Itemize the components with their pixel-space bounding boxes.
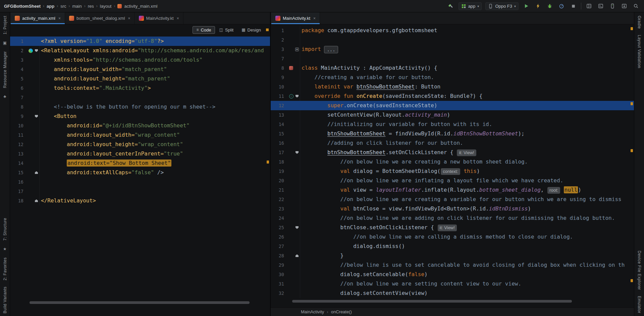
stop-button[interactable] — [569, 2, 577, 10]
close-icon[interactable]: × — [177, 16, 179, 21]
line-number[interactable]: 27 — [271, 242, 288, 251]
code-text[interactable]: import ... — [300, 45, 634, 54]
code-line[interactable]: 14 android:text="Show Bottom Sheet" — [10, 159, 270, 168]
code-line[interactable]: 27 dialog.dismiss() — [271, 242, 634, 251]
line-number[interactable]: 21 — [271, 185, 288, 195]
code-text[interactable]: btnClose.setOnClickListener { it: View! — [300, 223, 634, 232]
fold-marker-icon[interactable] — [35, 49, 38, 52]
line-number[interactable]: 25 — [271, 223, 288, 232]
line-number[interactable]: 32 — [271, 289, 288, 298]
line-number[interactable]: 19 — [271, 167, 288, 176]
code-text[interactable]: btnShowBottomSheet = findViewById(R.id.i… — [300, 129, 634, 138]
line-number[interactable]: 16 — [10, 177, 28, 187]
tab-mainactivity-kt[interactable]: MainActivity.kt × — [135, 12, 183, 24]
code-text[interactable]: android:layout_width="wrap_content" — [40, 130, 270, 140]
sidebar-item-gradle[interactable]: Gradle — [637, 16, 642, 29]
terminal-button[interactable] — [597, 2, 605, 10]
line-number[interactable]: 12 — [10, 140, 28, 149]
breadcrumb-project[interactable]: GFGBottomSheet — [4, 4, 41, 9]
line-number[interactable]: 9 — [10, 112, 28, 121]
code-line[interactable]: 6 tools:context=".MainActivity"> — [10, 83, 270, 93]
code-text[interactable]: btnShowBottomSheet.setOnClickListener { … — [300, 148, 634, 157]
tab-mainactivity-kt[interactable]: MainActivity.kt × — [271, 12, 320, 24]
code-line[interactable]: 28 } — [271, 251, 634, 260]
code-line[interactable]: 26 //on below line we are calling a dism… — [271, 232, 634, 242]
build-hammer-icon[interactable] — [447, 2, 455, 10]
line-number[interactable]: 18 — [10, 196, 28, 205]
code-line[interactable]: 9 <Button — [10, 112, 270, 121]
line-number[interactable]: 1 — [271, 26, 288, 35]
line-number[interactable]: 16 — [271, 138, 288, 148]
code-text[interactable]: android:layout_width="match_parent" — [40, 65, 270, 74]
line-number[interactable]: 7 — [10, 93, 28, 102]
code-text[interactable]: //initializing our variable for button w… — [300, 120, 634, 129]
code-line[interactable]: 3+import ... — [271, 45, 634, 54]
stripe-mark[interactable] — [631, 102, 633, 105]
line-number[interactable]: 30 — [271, 270, 288, 279]
code-text[interactable]: dialog.dismiss() — [300, 242, 634, 251]
code-line[interactable]: 15 btnShowBottomSheet = findViewById(R.i… — [271, 129, 634, 138]
code-text[interactable]: lateinit var btnShowBottomSheet: Button — [300, 82, 634, 91]
mode-split-button[interactable]: ◫ Split — [216, 26, 237, 34]
breadcrumb-method[interactable]: onCreate() — [331, 309, 352, 314]
line-number[interactable]: 10 — [271, 82, 288, 91]
line-number[interactable]: 3 — [10, 55, 28, 65]
sidebar-item-favorites[interactable]: 2: Favorites — [3, 257, 7, 280]
device-dropdown[interactable]: Oppo F3 ▾ — [485, 2, 519, 10]
line-number[interactable]: 26 — [271, 232, 288, 242]
code-text[interactable]: val dialog = BottomSheetDialog(context: … — [300, 167, 634, 176]
code-text[interactable] — [300, 35, 634, 45]
line-number[interactable]: 14 — [271, 120, 288, 129]
code-text[interactable]: <?xml version="1.0" encoding="utf-8"?> — [40, 37, 270, 46]
line-number[interactable]: 15 — [10, 168, 28, 177]
stripe-mark[interactable] — [631, 149, 633, 152]
code-line[interactable]: 16 — [10, 177, 270, 187]
breadcrumb-item[interactable]: src — [60, 4, 66, 9]
code-text[interactable]: dialog.setCancelable(false) — [300, 270, 634, 279]
line-number[interactable]: 22 — [271, 195, 288, 204]
android-icon[interactable] — [29, 49, 33, 53]
code-text[interactable]: <Button — [40, 112, 270, 121]
breadcrumb-class[interactable]: MainActivity — [301, 309, 324, 314]
horizontal-scrollbar[interactable] — [30, 301, 250, 304]
mode-code-button[interactable]: ≡ Code — [193, 26, 215, 34]
fold-marker-icon[interactable]: + — [295, 48, 299, 51]
line-number[interactable]: 18 — [271, 157, 288, 167]
line-number[interactable]: 2 — [271, 35, 288, 45]
xml-editor[interactable]: 1<?xml version="1.0" encoding="utf-8"?>2… — [10, 35, 270, 316]
code-line[interactable]: 13 android:layout_centerInParent="true" — [10, 149, 270, 159]
code-text[interactable]: android:text="Show Bottom Sheet" — [40, 159, 270, 168]
code-text[interactable]: <RelativeLayout xmlns:android="http://sc… — [40, 46, 270, 55]
code-line[interactable]: 5 android:layout_height="match_parent" — [10, 74, 270, 83]
code-text[interactable]: dialog.setContentView(view) — [300, 289, 634, 298]
layout-inspector-button[interactable] — [585, 2, 593, 10]
sidebar-item-build-variants[interactable]: Build Variants — [3, 287, 7, 313]
search-icon[interactable] — [632, 2, 640, 10]
code-line[interactable]: 11 android:layout_width="wrap_content" — [10, 130, 270, 140]
line-number[interactable]: 2 — [10, 46, 28, 55]
line-number[interactable]: 23 — [271, 204, 288, 213]
code-line[interactable]: 20 //on below line we are inflating a la… — [271, 176, 634, 185]
code-text[interactable]: android:layout_centerInParent="true" — [40, 149, 270, 159]
close-icon[interactable]: × — [313, 16, 316, 21]
code-text[interactable]: val view = layoutInflater.inflate(R.layo… — [300, 185, 634, 195]
fold-marker-icon[interactable] — [296, 95, 299, 98]
line-number[interactable]: 17 — [10, 187, 28, 196]
code-text[interactable]: super.onCreate(savedInstanceState) — [300, 101, 634, 110]
code-line[interactable]: 14 //initializing our variable for butto… — [271, 120, 634, 129]
code-line[interactable]: 29 //below line is use to set cancelable… — [271, 260, 634, 270]
fold-marker-icon[interactable] — [35, 115, 38, 118]
fold-marker-icon[interactable] — [35, 171, 38, 174]
code-line[interactable]: 13 setContentView(R.layout.activity_main… — [271, 110, 634, 120]
code-text[interactable]: xmlns:tools="http://schemas.android.com/… — [40, 55, 270, 65]
code-line[interactable]: 10 lateinit var btnShowBottomSheet: Butt… — [271, 82, 634, 91]
breadcrumb-item[interactable]: res — [88, 4, 94, 9]
breadcrumb-item[interactable]: layout — [100, 4, 112, 9]
class-icon[interactable] — [289, 66, 293, 70]
code-line[interactable]: 32 dialog.setContentView(view) — [271, 289, 634, 298]
code-line[interactable]: 2<RelativeLayout xmlns:android="http://s… — [10, 46, 270, 55]
line-number[interactable]: 4 — [10, 65, 28, 74]
code-line[interactable]: 3 xmlns:tools="http://schemas.android.co… — [10, 55, 270, 65]
line-number[interactable]: 9 — [271, 73, 288, 82]
close-icon[interactable]: × — [128, 16, 130, 21]
